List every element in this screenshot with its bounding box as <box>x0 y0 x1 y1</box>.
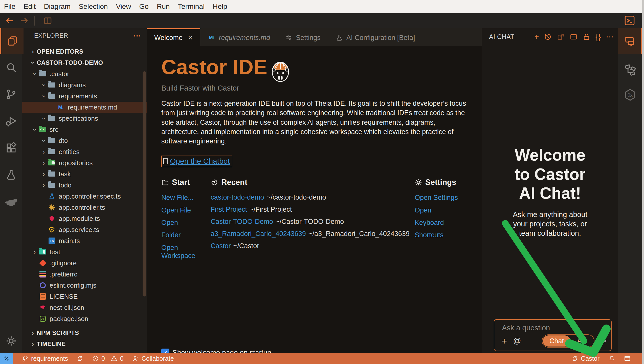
tab-welcome[interactable]: Welcome × <box>147 28 200 46</box>
shortcuts-link[interactable]: Shortcuts <box>415 231 472 239</box>
open-chatbot-button[interactable]: Open the Chatbot <box>161 156 232 167</box>
tab-ai-configuration[interactable]: AI Configuration [Beta] <box>328 28 423 46</box>
tree-file-main-ts[interactable]: main.ts <box>22 235 147 246</box>
remote-indicator[interactable] <box>0 353 13 364</box>
tree-file-eslint-config[interactable]: eslint.config.mjs <box>22 280 147 291</box>
tree-folder-castor[interactable]: › .castor <box>22 68 147 79</box>
tab-requirements-md[interactable]: requirements.md <box>200 28 278 46</box>
open-keyboard-link[interactable]: Open <box>415 206 472 214</box>
menu-terminal[interactable]: Terminal <box>174 3 209 11</box>
open-settings-link[interactable]: Open Settings <box>415 194 472 202</box>
explorer-icon[interactable] <box>0 28 24 54</box>
tree-section-npm-scripts[interactable]: › NPM SCRIPTS <box>22 327 147 338</box>
tree-file-package-json[interactable]: package.json <box>22 313 147 324</box>
chevron-right-icon: › <box>29 330 37 336</box>
tree-file-nest-cli[interactable]: nest-cli.json <box>22 302 147 313</box>
send-icon[interactable] <box>598 336 608 346</box>
tree-folder-entities[interactable]: › entities <box>22 146 147 157</box>
tab-settings[interactable]: Settings <box>278 28 328 46</box>
tree-folder-test[interactable]: › test <box>22 246 147 258</box>
collaborate-button[interactable]: Collaborate <box>132 355 174 362</box>
tree-section-project-root[interactable]: › CASTOR-TODO-DEMO <box>22 57 147 68</box>
menu-diagram[interactable]: Diagram <box>40 3 75 11</box>
errors-indicator[interactable]: 0 <box>92 355 105 362</box>
unlock-icon[interactable] <box>583 33 590 41</box>
mode-act-button[interactable]: Act <box>570 337 593 345</box>
chat-history-icon[interactable] <box>544 33 552 41</box>
tree-folder-task[interactable]: › task <box>22 168 147 180</box>
notifications-bell[interactable] <box>608 355 615 362</box>
more-actions-icon[interactable]: ⋯ <box>606 33 614 41</box>
ai-chat-icon[interactable] <box>618 28 642 54</box>
tree-file-prettierrc[interactable]: .prettierrc <box>22 269 147 280</box>
menu-help[interactable]: Help <box>209 3 231 11</box>
keyboard-link[interactable]: Keyboard <box>415 219 472 227</box>
tree-folder-dto[interactable]: › dto <box>22 135 147 146</box>
castor-status-button[interactable]: Castor <box>571 355 599 362</box>
tree-folder-repositories[interactable]: › repositories <box>22 157 147 168</box>
attach-plus-icon[interactable]: + <box>501 336 507 346</box>
tree-file-license[interactable]: LICENSE <box>22 291 147 302</box>
sidebar-scrollbar[interactable] <box>143 71 146 296</box>
branch-indicator[interactable]: requirements <box>22 355 68 362</box>
tree-file-app-module[interactable]: app.module.ts <box>22 213 147 224</box>
menu-edit[interactable]: Edit <box>19 3 40 11</box>
new-file-link[interactable]: New File... <box>161 194 211 202</box>
menu-go[interactable]: Go <box>135 3 153 11</box>
sync-button[interactable] <box>77 355 83 362</box>
run-debug-icon[interactable] <box>0 109 22 134</box>
mode-chat-button[interactable]: Chat <box>543 335 570 347</box>
tree-folder-src[interactable]: › src <box>22 124 147 135</box>
menu-file[interactable]: File <box>0 3 19 11</box>
recent-workspace-link[interactable]: Castor-TODO-Demo <box>211 218 273 225</box>
beaver-icon[interactable] <box>0 189 22 214</box>
source-control-icon[interactable] <box>0 82 22 107</box>
open-file-link[interactable]: Open File <box>161 206 211 214</box>
tree-file-gitignore[interactable]: .gitignore <box>22 258 147 269</box>
mention-at-icon[interactable]: @ <box>513 336 521 346</box>
open-chatbot-link[interactable]: Open the Chatbot <box>170 157 230 165</box>
tree-file-app-service[interactable]: app.service.ts <box>22 224 147 235</box>
more-actions-icon[interactable]: ⋯ <box>134 32 141 39</box>
menu-view[interactable]: View <box>112 3 135 11</box>
recent-workspace-link[interactable]: First Project <box>211 206 247 213</box>
recent-workspace-link[interactable]: a3_Ramadori_Carlo_40243639 <box>211 230 306 238</box>
open-link[interactable]: Open <box>161 219 211 227</box>
tree-folder-requirements[interactable]: › requirements <box>22 91 147 102</box>
extensions-icon[interactable] <box>0 135 22 161</box>
diagram-hierarchy-icon[interactable] <box>618 57 642 82</box>
tree-file-app-controller[interactable]: app.controller.ts <box>22 202 147 213</box>
tree-folder-todo[interactable]: › todo <box>22 180 147 191</box>
chat-act-toggle[interactable]: Chat Act <box>542 334 594 348</box>
new-chat-icon[interactable]: + <box>534 33 539 41</box>
braces-icon[interactable]: {} <box>595 33 601 41</box>
node-package-icon <box>39 315 47 323</box>
recent-workspace-link[interactable]: castor-todo-demo <box>211 194 264 201</box>
close-icon[interactable]: × <box>188 33 193 42</box>
ai-chat-panel: AI CHAT + {} ⋯ Welcome to Castor AI Chat… <box>482 28 618 353</box>
test-flask-icon[interactable] <box>0 162 22 187</box>
terminal-icon[interactable] <box>624 15 635 26</box>
back-arrow-icon[interactable] <box>5 16 15 26</box>
forward-arrow-icon[interactable] <box>19 16 29 26</box>
open-workspace-link[interactable]: Open Workspace <box>161 244 194 260</box>
tree-file-app-controller-spec[interactable]: app.controller.spec.ts <box>22 191 147 202</box>
folder-link[interactable]: Folder <box>161 231 211 239</box>
toggle-panel-button[interactable] <box>624 355 631 362</box>
chat-question-input[interactable]: Ask a question + @ Chat Act <box>494 319 612 351</box>
split-editor-icon[interactable] <box>43 16 53 26</box>
hex-0x-icon[interactable]: 0x <box>618 82 642 108</box>
settings-gear-icon[interactable] <box>0 328 22 354</box>
menu-selection[interactable]: Selection <box>75 3 112 11</box>
tree-folder-diagrams[interactable]: › diagrams <box>22 79 147 91</box>
layout-panel-icon[interactable] <box>570 33 578 41</box>
search-icon[interactable] <box>0 55 22 80</box>
open-in-editor-icon[interactable] <box>557 33 565 41</box>
tree-file-requirements-md[interactable]: requirements.md <box>22 102 147 113</box>
tree-section-open-editors[interactable]: › OPEN EDITORS <box>22 46 147 57</box>
tree-folder-specifications[interactable]: › specifications <box>22 113 147 124</box>
tree-section-timeline[interactable]: › TIMELINE <box>22 338 147 350</box>
menu-run[interactable]: Run <box>153 3 174 11</box>
recent-workspace-link[interactable]: Castor <box>211 242 231 250</box>
warnings-indicator[interactable]: 0 <box>110 355 124 362</box>
